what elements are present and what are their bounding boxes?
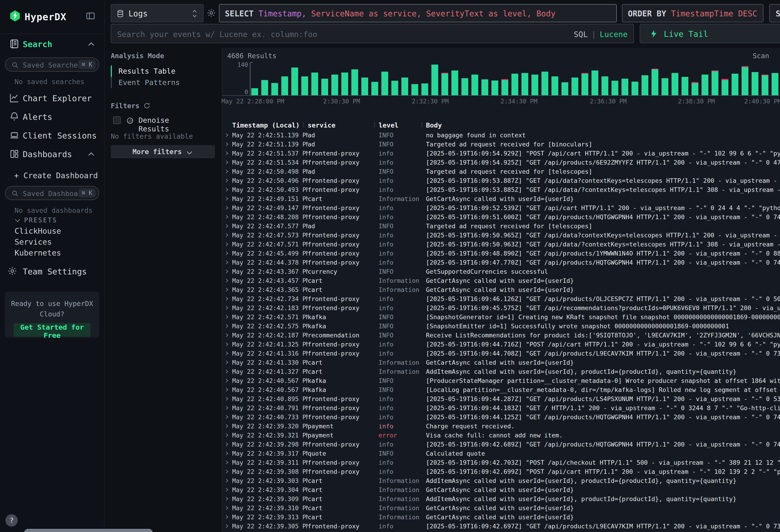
row-expand-chevron-icon[interactable] [222, 333, 232, 338]
histogram-bar[interactable] [591, 70, 598, 95]
col-header-body[interactable]: Body [426, 122, 780, 129]
histogram-bar[interactable] [311, 72, 318, 95]
histogram-bar[interactable] [662, 78, 668, 95]
row-expand-chevron-icon[interactable] [222, 187, 232, 192]
row-expand-chevron-icon[interactable] [222, 196, 232, 201]
row-expand-chevron-icon[interactable] [222, 405, 232, 410]
events-histogram[interactable]: 140 0 May 22 2:28:00 PM2:30:30 PM2:32:30… [222, 59, 780, 102]
log-row[interactable]: May 22 2:42:51.534 PMfrontend-proxyinfo[… [222, 158, 780, 167]
row-expand-chevron-icon[interactable] [222, 387, 232, 392]
col-header-timestamp[interactable]: Timestamp (Local)⁞ [232, 122, 308, 129]
sql-option[interactable]: SQL [574, 30, 588, 39]
histogram-bar[interactable] [691, 82, 698, 95]
search-events-input[interactable]: Search your events w/ Lucene ex. column:… [111, 24, 634, 43]
log-row[interactable]: May 22 2:42:42.571 PMkafkaINFO[SnapshotG… [222, 312, 780, 322]
histogram-bar[interactable] [481, 79, 488, 95]
log-row[interactable]: May 22 2:42:51.139 PMadINFOTargeted ad r… [222, 140, 780, 149]
histogram-bar[interactable] [361, 78, 368, 95]
histogram-bar[interactable] [431, 64, 438, 95]
query-language-toggle[interactable]: SQL|Lucene [574, 30, 628, 39]
row-expand-chevron-icon[interactable] [222, 460, 232, 465]
histogram-bar[interactable] [411, 84, 418, 95]
histogram-bar[interactable] [472, 75, 478, 95]
row-expand-chevron-icon[interactable] [222, 233, 232, 238]
row-expand-chevron-icon[interactable] [222, 469, 232, 474]
sidebar-item-team-settings[interactable]: Team Settings [0, 264, 104, 279]
row-expand-chevron-icon[interactable] [222, 433, 232, 438]
row-expand-chevron-icon[interactable] [222, 214, 232, 220]
row-expand-chevron-icon[interactable] [222, 342, 232, 347]
row-expand-chevron-icon[interactable] [222, 178, 232, 183]
sidebar-collapse-icon[interactable] [86, 11, 96, 21]
source-settings-gear-icon[interactable] [206, 8, 216, 18]
log-row[interactable]: May 22 2:42:47.571 PMfrontend-proxyinfo[… [222, 240, 780, 249]
get-started-button[interactable]: Get Started for Free [14, 323, 91, 337]
histogram-bar[interactable] [672, 73, 678, 95]
row-expand-chevron-icon[interactable] [222, 369, 232, 374]
log-row[interactable]: May 22 2:42:41.325 PMfrontend-proxyinfo[… [222, 340, 780, 349]
histogram-bar[interactable] [772, 73, 778, 95]
log-row[interactable]: May 22 2:42:45.499 PMfrontend-proxyinfo[… [222, 249, 780, 258]
sidebar-item-dashboards[interactable]: Dashboards [0, 147, 104, 161]
saved-dashboards-input[interactable]: Saved Dashboards ⌘ K [5, 186, 99, 200]
histogram-bar[interactable] [321, 79, 328, 95]
log-row[interactable]: May 22 2:42:50.498 PMadINFOTargeted ad r… [222, 167, 780, 176]
log-row[interactable]: May 22 2:42:39.308 PMfrontend-proxyinfo[… [222, 467, 780, 476]
row-expand-chevron-icon[interactable] [222, 424, 232, 429]
histogram-bar[interactable] [551, 77, 558, 95]
row-expand-chevron-icon[interactable] [222, 269, 232, 274]
source-selector[interactable]: Logs [111, 4, 203, 22]
log-row[interactable]: May 22 2:42:42.575 PMkafkaINFO[SnapshotE… [222, 322, 780, 331]
log-row[interactable]: May 22 2:42:43.365 PMcartInformationGetC… [222, 285, 780, 294]
denoise-checkbox[interactable] [113, 116, 121, 124]
log-row[interactable]: May 22 2:42:40.733 PMfrontend-proxyinfo[… [222, 413, 780, 422]
log-row[interactable]: May 22 2:42:39.317 PMquoteINFOCalculated… [222, 449, 780, 458]
row-expand-chevron-icon[interactable] [222, 296, 232, 301]
log-row[interactable]: May 22 2:42:42.183 PMfrontend-proxyinfo[… [222, 303, 780, 312]
histogram-bar[interactable] [331, 75, 338, 95]
histogram-bar[interactable] [632, 82, 638, 95]
histogram-bar[interactable] [351, 69, 358, 95]
log-row[interactable]: May 22 2:42:40.791 PMfrontend-proxyinfo[… [222, 403, 780, 413]
histogram-bar[interactable] [712, 70, 718, 95]
row-expand-chevron-icon[interactable] [222, 360, 232, 365]
col-header-service[interactable]: service⁞ [308, 122, 379, 129]
sidebar-item-client-sessions[interactable]: Client Sessions [0, 128, 104, 143]
histogram-bar[interactable] [572, 78, 578, 95]
select-query-input[interactable]: SELECT Timestamp, ServiceName as service… [219, 4, 617, 22]
histogram-bar[interactable] [401, 78, 408, 95]
histogram-bar[interactable] [422, 84, 428, 95]
log-row[interactable]: May 22 2:42:48.208 PMfrontend-proxyinfo[… [222, 212, 780, 222]
log-row[interactable]: May 22 2:42:44.378 PMfrontend-proxyinfo[… [222, 258, 780, 267]
log-row[interactable]: May 22 2:42:50.496 PMfrontend-proxyinfo[… [222, 176, 780, 185]
row-expand-chevron-icon[interactable] [222, 351, 232, 356]
histogram-bar[interactable] [612, 81, 618, 95]
histogram-bar[interactable] [701, 75, 709, 95]
column-resize-handle[interactable]: ⁞ [373, 122, 376, 129]
refresh-icon[interactable] [144, 102, 150, 109]
log-row[interactable]: May 22 2:42:39.298 PMfrontend-proxyinfo[… [222, 440, 780, 449]
row-expand-chevron-icon[interactable] [222, 515, 232, 520]
live-tail-button[interactable]: Live Tail [640, 24, 780, 43]
row-expand-chevron-icon[interactable] [222, 451, 232, 456]
histogram-bar[interactable] [511, 74, 518, 95]
histogram-bar[interactable] [301, 77, 308, 95]
row-expand-chevron-icon[interactable] [222, 133, 232, 138]
presets-section-toggle[interactable]: PRESETS [14, 216, 57, 224]
row-expand-chevron-icon[interactable] [222, 315, 232, 320]
histogram-bar[interactable] [531, 75, 538, 95]
log-row[interactable]: May 22 2:42:42.187 PMrecommendationINFOR… [222, 331, 780, 340]
row-expand-chevron-icon[interactable] [222, 478, 232, 483]
histogram-bar[interactable] [651, 69, 659, 95]
preset-kubernetes[interactable]: Kubernetes [14, 248, 61, 257]
chevron-up-icon[interactable] [87, 151, 95, 157]
histogram-bar[interactable] [562, 82, 568, 95]
log-row[interactable]: May 22 2:42:50.493 PMfrontend-proxyinfo[… [222, 185, 780, 194]
histogram-bar[interactable] [281, 77, 288, 95]
log-row[interactable]: May 22 2:42:47.577 PMadINFOTargeted ad r… [222, 222, 780, 231]
log-row[interactable]: May 22 2:42:51.139 PMadINFOno baggage fo… [222, 131, 780, 140]
row-expand-chevron-icon[interactable] [222, 160, 232, 165]
log-row[interactable]: May 22 2:42:39.303 PMcartInformationAddI… [222, 476, 780, 485]
row-expand-chevron-icon[interactable] [222, 496, 232, 501]
histogram-bar[interactable] [541, 71, 548, 95]
